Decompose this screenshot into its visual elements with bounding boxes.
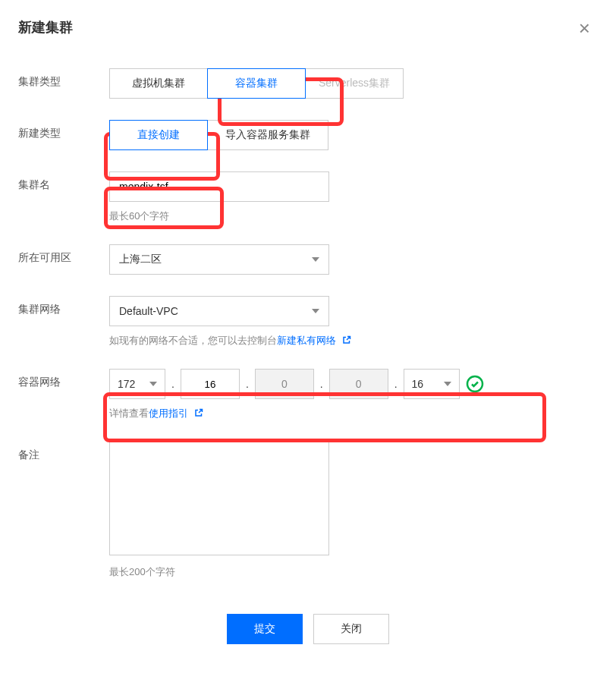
container-network-label: 容器网络 [18,369,109,389]
cluster-type-serverless: Serverless集群 [305,68,404,99]
ip-dot: . [171,378,174,390]
network-label: 集群网络 [18,296,109,316]
ip-octet-4: 0 [329,369,388,399]
container-network-ip: 172 . . 0 . 0 . 16 [109,369,598,399]
network-value: Default-VPC [119,305,178,317]
submit-button[interactable]: 提交 [227,614,303,644]
ip-octet-2[interactable] [181,369,240,399]
zone-label: 所在可用区 [18,244,109,265]
chevron-down-icon [444,382,451,386]
ip-octet-3: 0 [255,369,314,399]
ip-dot: . [394,378,398,390]
external-link-icon [194,408,203,417]
create-type-group: 直接创建 导入容器服务集群 [109,120,598,150]
remark-hint: 最长200个字符 [109,565,598,579]
ip-dot: . [246,378,249,390]
external-link-icon [342,335,351,344]
chevron-down-icon [149,382,157,386]
dialog-title: 新建集群 [18,18,598,36]
cluster-name-input[interactable] [109,171,329,202]
cluster-type-vm[interactable]: 虚拟机集群 [109,68,208,99]
chevron-down-icon [312,309,319,313]
network-hint: 如现有的网络不合适，您可以去控制台新建私有网络 [109,334,598,348]
container-network-hint: 详情查看使用指引 [109,407,598,420]
usage-guide-link[interactable]: 使用指引 [149,407,188,419]
cluster-name-label: 集群名 [18,171,109,192]
zone-select[interactable]: 上海二区 [109,244,329,275]
create-type-import[interactable]: 导入容器服务集群 [207,120,328,150]
network-select[interactable]: Default-VPC [109,296,329,326]
create-type-direct[interactable]: 直接创建 [109,120,208,150]
check-circle-icon [466,375,484,393]
cluster-type-group: 虚拟机集群 容器集群 Serverless集群 [109,68,598,99]
cluster-name-hint: 最长60个字符 [109,209,598,223]
ip-dot: . [320,378,323,390]
create-vpc-link[interactable]: 新建私有网络 [277,335,336,346]
ip-octet-1[interactable]: 172 [109,369,165,399]
create-type-label: 新建类型 [18,120,109,140]
cluster-type-label: 集群类型 [18,68,109,89]
ip-mask[interactable]: 16 [404,369,460,399]
remark-label: 备注 [18,442,109,462]
close-button[interactable]: 关闭 [313,614,389,644]
remark-input[interactable] [109,442,329,555]
close-icon[interactable]: × [579,18,590,38]
zone-value: 上海二区 [119,253,162,266]
cluster-type-container[interactable]: 容器集群 [207,68,306,99]
chevron-down-icon [312,257,319,262]
